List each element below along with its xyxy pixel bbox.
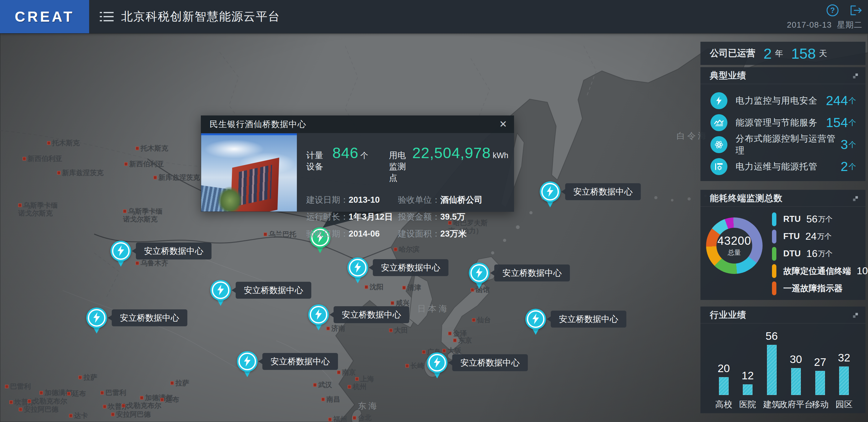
popup-titlebar: 民生银行酒仙桥数据中心 ✕ [201, 116, 514, 133]
lightning-icon [545, 186, 555, 197]
pin-marker[interactable] [111, 241, 131, 261]
pin-label-bubble[interactable]: 安立桥数据中心 [334, 306, 409, 323]
kpi-label: 用电监测点 [389, 150, 408, 184]
expand-icon[interactable] [852, 73, 859, 79]
pin-label-bubble[interactable]: 安立桥数据中心 [373, 259, 448, 276]
pin-marker[interactable] [237, 351, 258, 372]
lightning-icon [531, 314, 541, 324]
pin-label-bubble[interactable]: 安立桥数据中心 [494, 264, 570, 282]
map-city-label: 上海 [355, 375, 374, 383]
pin-marker[interactable] [210, 280, 231, 300]
bar-column: 27 移动 [808, 327, 832, 410]
pin-tail [317, 247, 323, 253]
typical-item-label: 电力监控与用电安全 [736, 95, 817, 107]
terminal-donut-chart: 43200 总量 [706, 218, 763, 274]
typical-item-label: 电力运维与能源托管 [736, 161, 817, 172]
map-city-label: 新西伯利亚 [124, 160, 164, 168]
page-title: 北京科税创新智慧能源云平台 [121, 0, 280, 33]
kpi-value: 846 [332, 144, 359, 162]
pin-marker[interactable] [86, 307, 107, 328]
pin-marker[interactable] [469, 263, 490, 283]
bar-category: 建筑 [763, 399, 780, 410]
pin-label-bubble[interactable]: 安立桥数据中心 [262, 353, 338, 370]
pin-tail [117, 260, 124, 267]
bar-column: 56 建筑 [760, 327, 783, 410]
popup-detail: 投资金额：39.5万 [398, 211, 508, 223]
pin-tail [476, 282, 483, 289]
pin-label-bubble[interactable]: 安立桥数据中心 [551, 311, 626, 328]
close-icon[interactable]: ✕ [499, 119, 507, 130]
expand-icon[interactable] [852, 312, 859, 319]
operation-banner: 公司已运营 2 年 158 天 [701, 42, 866, 65]
typical-item-power-ops[interactable]: 电力运维与能源托管 2 个 [701, 156, 866, 177]
legend-color-marker [772, 213, 776, 226]
operation-years-unit: 年 [775, 48, 783, 59]
map-city-label: 乌鲁木齐 [135, 259, 168, 267]
legend-unit: 万个 [818, 214, 833, 224]
map-city-label: 济南 [327, 324, 345, 332]
typical-item-label: 分布式能源控制与运营管理 [736, 133, 841, 157]
bar-value: 20 [718, 362, 730, 375]
legend-color-marker [772, 282, 776, 295]
expand-icon[interactable] [852, 195, 859, 202]
help-icon[interactable]: ? [827, 4, 838, 16]
map-city-label: 安拉阿巴德 [19, 405, 58, 413]
industry-performance-panel: 行业业绩 20 高校 12 医院 56 [701, 306, 866, 413]
legend-color-marker [772, 230, 776, 244]
typical-item-value: 2 [841, 159, 848, 174]
map-city-label: 廷布 [67, 390, 86, 397]
popup-details: 建设日期：2013-10 验收单位：酒仙桥公司 运行时长：1年3月12日 投资金… [306, 194, 508, 239]
map-city-label: 戈勒克布尔 [122, 401, 161, 410]
pin-tail [93, 327, 100, 333]
pin-marker[interactable] [347, 257, 368, 278]
pin-marker[interactable] [525, 309, 546, 329]
panel-header: 能耗终端监测总数 [701, 190, 866, 207]
pin-marker[interactable] [540, 181, 560, 202]
typical-item-unit: 个 [848, 140, 856, 150]
logout-icon[interactable] [850, 5, 862, 16]
panel-title: 行业业绩 [710, 309, 746, 321]
industry-bar [719, 377, 728, 395]
typical-item-distributed-energy[interactable]: 分布式能源控制与运营管理 3 个 [701, 134, 866, 156]
map-city-label: 乌斯季卡缅 诺戈尔斯克 [123, 207, 162, 223]
bar-value: 30 [790, 353, 802, 365]
typical-item-unit: 个 [848, 96, 856, 106]
pin-label-bubble[interactable]: 安立桥数据中心 [236, 282, 311, 299]
industry-bar [791, 368, 801, 395]
map-city-label: 大田 [389, 326, 408, 334]
kpi-label: 计量设备 [306, 150, 328, 172]
map-city-label: 托木斯克 [135, 144, 168, 152]
donut-total-value: 43200 [717, 234, 751, 248]
map-city-label: 福州 [328, 415, 347, 422]
pin-label-bubble[interactable]: 安立桥数据中心 [452, 354, 528, 371]
detail-value: 23万米 [440, 229, 467, 238]
map-city-label: 东京 [453, 336, 472, 344]
pin-marker[interactable] [308, 304, 329, 325]
industry-bar [839, 366, 849, 395]
map-city-label: 乌兰巴托 [264, 230, 296, 238]
map-city-label: 台北 [353, 414, 372, 422]
operation-years: 2 [764, 45, 772, 62]
photo-tree [217, 186, 243, 212]
map-city-label: 大阪 [442, 347, 461, 355]
kpi-unit: 个 [360, 150, 368, 161]
popup-detail: 验收日期：2014-06 [306, 228, 398, 239]
pin-marker[interactable] [427, 352, 447, 373]
typical-item-power-safety[interactable]: 电力监控与用电安全 244 个 [701, 90, 866, 112]
bar-category: 移动 [811, 399, 829, 410]
typical-item-energy-mgmt[interactable]: 能源管理与节能服务 154 个 [701, 112, 866, 134]
detail-value: 39.5万 [440, 212, 465, 222]
legend-label: FTU [783, 232, 800, 241]
bar-value: 32 [838, 351, 850, 364]
pin-label-bubble[interactable]: 安立桥数据中心 [565, 183, 641, 200]
pin-label-bubble[interactable]: 安立桥数据中心 [136, 242, 212, 259]
map-city-label: 仙台 [472, 316, 491, 324]
bar-column: 30 政府平台 [783, 327, 808, 410]
pin-label-bubble[interactable]: 安立桥数据中心 [112, 310, 187, 326]
lightning-icon [216, 285, 226, 295]
menu-icon[interactable] [100, 11, 114, 23]
map-city-label: 长崎 [405, 362, 424, 369]
industry-bar-chart: 20 高校 12 医院 56 建筑 30 [708, 327, 860, 410]
map-city-label: 新西伯利亚 [23, 155, 62, 163]
weekday-text: 星期二 [837, 20, 862, 30]
